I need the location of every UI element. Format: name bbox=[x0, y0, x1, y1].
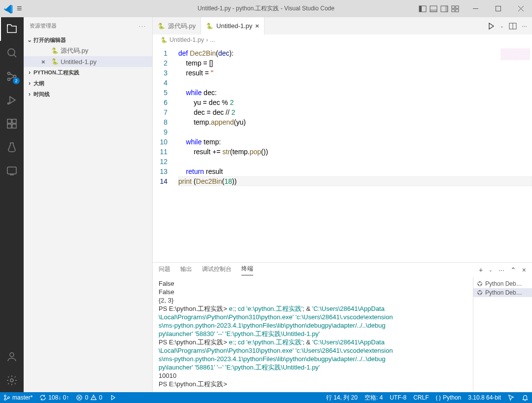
svg-point-32 bbox=[4, 395, 6, 397]
terminal[interactable]: FalseFalse{2, 3}PS E:\python.工程实践> e:; c… bbox=[153, 277, 473, 392]
activity-debug[interactable] bbox=[0, 88, 24, 112]
panel: 问题 输出 调试控制台 终端 + ⌄ ··· ⌃ × FalseFalse{2,… bbox=[153, 262, 532, 392]
activity-account[interactable] bbox=[0, 345, 24, 369]
python-file-icon: 🐍 bbox=[51, 47, 59, 54]
python-file-icon: 🐍 bbox=[51, 58, 59, 65]
tabs-row: 🐍 源代码.py 🐍 Untitled-1.py × ⌄ ··· bbox=[153, 17, 532, 34]
layout-customize-icon[interactable] bbox=[451, 5, 459, 13]
status-cursor[interactable]: 行 14, 列 20 bbox=[323, 392, 361, 403]
status-debug-icon[interactable] bbox=[106, 392, 120, 403]
section-timeline[interactable]: ›时间线 bbox=[24, 89, 152, 100]
run-icon[interactable] bbox=[487, 22, 495, 30]
terminal-dropdown-icon[interactable]: ⌄ bbox=[489, 268, 493, 272]
svg-point-13 bbox=[8, 78, 10, 81]
chevron-down-icon: ⌄ bbox=[26, 36, 33, 43]
activity-explorer[interactable] bbox=[0, 17, 24, 41]
svg-point-12 bbox=[8, 72, 10, 75]
close-icon[interactable]: × bbox=[255, 22, 259, 30]
status-feedback-icon[interactable] bbox=[504, 392, 518, 403]
sidebar-explorer: 资源管理器 ··· ⌄打开的编辑器 🐍 源代码.py × 🐍 Untitled-… bbox=[24, 17, 153, 392]
svg-rect-18 bbox=[7, 124, 11, 128]
activity-bar: 2 bbox=[0, 17, 24, 392]
svg-rect-5 bbox=[445, 6, 448, 12]
close-button[interactable] bbox=[509, 0, 532, 17]
status-language[interactable]: { }Python bbox=[432, 392, 465, 403]
svg-rect-7 bbox=[456, 6, 459, 8]
svg-rect-16 bbox=[7, 119, 11, 123]
panel-tab-debug[interactable]: 调试控制台 bbox=[202, 265, 232, 275]
activity-search[interactable] bbox=[0, 41, 24, 65]
maximize-button[interactable] bbox=[487, 0, 509, 17]
activity-extensions[interactable] bbox=[0, 112, 24, 135]
status-sync[interactable]: 108↓ 0↑ bbox=[36, 392, 72, 403]
file-label: Untitled-1.py bbox=[61, 58, 97, 66]
scm-badge: 2 bbox=[13, 77, 20, 84]
maximize-panel-icon[interactable]: ⌃ bbox=[510, 266, 516, 274]
python-file-icon: 🐍 bbox=[161, 37, 167, 43]
open-editor-item[interactable]: 🐍 源代码.py bbox=[24, 45, 152, 56]
editor-tab[interactable]: 🐍 源代码.py bbox=[153, 17, 201, 34]
editor-tab[interactable]: 🐍 Untitled-1.py × bbox=[201, 17, 265, 34]
minimap[interactable] bbox=[500, 48, 530, 68]
code-editor[interactable]: 1234567891011121314 def Dec2Bin(dec): te… bbox=[153, 45, 532, 262]
more-icon[interactable]: ··· bbox=[499, 266, 504, 274]
minimize-button[interactable] bbox=[464, 0, 487, 17]
layout-panel-icon[interactable] bbox=[430, 5, 437, 13]
svg-rect-1 bbox=[419, 6, 422, 12]
section-open-editors[interactable]: ⌄打开的编辑器 bbox=[24, 34, 152, 45]
python-file-icon: 🐍 bbox=[206, 23, 213, 30]
blank-icon bbox=[41, 47, 49, 55]
chevron-right-icon: › bbox=[26, 91, 33, 98]
breadcrumb[interactable]: 🐍 Untitled-1.py › ... bbox=[153, 34, 532, 45]
svg-rect-19 bbox=[12, 124, 16, 128]
split-editor-icon[interactable] bbox=[509, 22, 517, 30]
new-terminal-icon[interactable]: + bbox=[479, 266, 483, 274]
activity-remote[interactable] bbox=[0, 159, 24, 183]
status-problems[interactable]: 00 bbox=[72, 392, 105, 403]
layout-sidebar-right-icon[interactable] bbox=[440, 5, 448, 13]
svg-point-27 bbox=[481, 284, 482, 285]
close-icon[interactable]: × bbox=[41, 58, 49, 66]
status-python-version[interactable]: 3.10.8 64-bit bbox=[465, 392, 504, 403]
svg-point-26 bbox=[478, 284, 479, 285]
chevron-right-icon: › bbox=[26, 80, 33, 87]
layout-sidebar-icon[interactable] bbox=[419, 5, 427, 13]
status-eol[interactable]: CRLF bbox=[410, 392, 432, 403]
activity-scm[interactable]: 2 bbox=[0, 65, 24, 88]
sidebar-more-icon[interactable]: ··· bbox=[139, 23, 146, 29]
terminal-list-item[interactable]: Python Deb… bbox=[473, 279, 532, 288]
chevron-right-icon: › bbox=[26, 69, 33, 76]
status-bell-icon[interactable] bbox=[518, 392, 532, 403]
close-panel-icon[interactable]: × bbox=[522, 266, 526, 274]
status-spaces[interactable]: 空格: 4 bbox=[361, 392, 386, 403]
file-label: 源代码.py bbox=[61, 46, 88, 55]
status-encoding[interactable]: UTF-8 bbox=[386, 392, 410, 403]
panel-tab-problems[interactable]: 问题 bbox=[159, 265, 170, 275]
run-dropdown-icon[interactable]: ⌄ bbox=[500, 24, 504, 29]
activity-testing[interactable] bbox=[0, 135, 24, 159]
svg-rect-8 bbox=[452, 9, 455, 12]
svg-point-11 bbox=[8, 49, 15, 56]
activity-settings[interactable] bbox=[0, 369, 24, 392]
svg-rect-3 bbox=[430, 9, 437, 12]
svg-point-33 bbox=[4, 399, 6, 401]
svg-point-29 bbox=[479, 291, 480, 292]
status-branch[interactable]: master* bbox=[0, 392, 36, 403]
open-editor-item[interactable]: × 🐍 Untitled-1.py bbox=[24, 56, 152, 67]
menu-icon[interactable]: ≡ bbox=[17, 3, 22, 14]
editor-area: 🐍 源代码.py 🐍 Untitled-1.py × ⌄ ··· 🐍 Untit… bbox=[153, 17, 532, 392]
line-gutter: 1234567891011121314 bbox=[153, 45, 176, 262]
code-content[interactable]: def Dec2Bin(dec): temp = [] result = '' … bbox=[176, 45, 532, 262]
svg-point-25 bbox=[479, 282, 480, 283]
terminal-list-item[interactable]: Python Deb… bbox=[473, 288, 532, 297]
panel-tab-output[interactable]: 输出 bbox=[180, 265, 192, 275]
svg-point-15 bbox=[8, 103, 9, 104]
more-icon[interactable]: ··· bbox=[522, 22, 527, 30]
section-outline[interactable]: ›大纲 bbox=[24, 78, 152, 89]
svg-rect-17 bbox=[12, 119, 16, 123]
terminal-list: Python Deb… Python Deb… bbox=[473, 277, 532, 392]
svg-rect-9 bbox=[456, 9, 459, 12]
vscode-icon bbox=[4, 4, 13, 13]
panel-tab-terminal[interactable]: 终端 bbox=[241, 265, 253, 275]
section-project[interactable]: ›PYTHON.工程实践 bbox=[24, 67, 152, 78]
